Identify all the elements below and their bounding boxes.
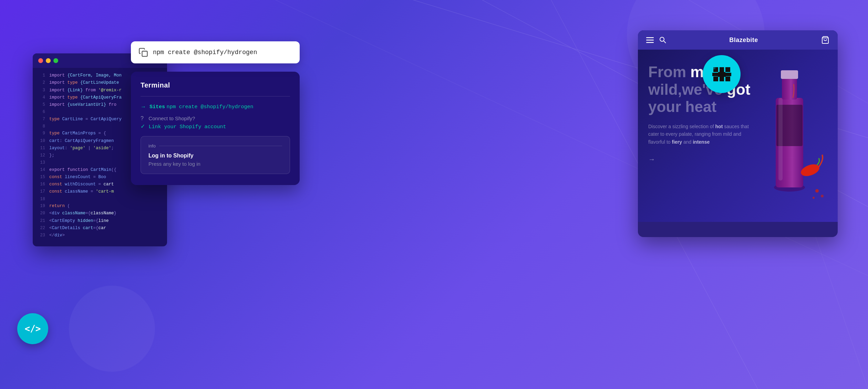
code-line-18: 18 — [33, 196, 167, 203]
svg-point-10 — [660, 37, 664, 41]
terminal-info-box: info Log in to Shopify Press any key to … — [141, 136, 290, 174]
search-icon[interactable] — [659, 37, 666, 43]
code-line-17: 17 const className = 'cart-m — [33, 188, 167, 195]
svg-rect-33 — [713, 76, 718, 81]
svg-rect-6 — [142, 51, 147, 57]
code-line-22: 22 <CartDetails cart={car — [33, 225, 167, 232]
terminal-sites-label: Sites — [149, 104, 165, 110]
minimize-dot[interactable] — [46, 58, 51, 63]
store-title: Blazebite — [729, 37, 758, 44]
storefront-panel: Blazebite — [638, 30, 838, 237]
svg-rect-37 — [713, 67, 715, 69]
svg-rect-34 — [725, 76, 730, 81]
code-line-19: 19 return ( — [33, 203, 167, 210]
svg-line-11 — [664, 41, 666, 43]
hero-arrow: → — [648, 155, 827, 163]
info-dash — [159, 146, 282, 146]
store-header: Blazebite — [638, 30, 838, 50]
info-title: Log in to Shopify — [148, 153, 282, 159]
command-text: npm create @shopify/hydrogen — [153, 49, 257, 56]
code-badge: </> — [17, 313, 48, 344]
svg-point-20 — [815, 189, 819, 193]
check-mark: ✓ — [141, 123, 145, 129]
terminal-title: Terminal — [141, 81, 290, 89]
svg-rect-36 — [720, 67, 724, 81]
code-badge-text: </> — [25, 324, 41, 334]
svg-rect-9 — [646, 42, 654, 43]
hero-desc: Discover a sizzling selection of hot sau… — [648, 123, 765, 146]
code-line-23: 23 </div> — [33, 232, 167, 239]
terminal-divider — [141, 96, 290, 96]
question-mark: ? — [141, 115, 144, 121]
arrow-icon: → — [141, 104, 146, 110]
info-header: info — [148, 143, 282, 149]
code-line-21: 21 <CartEmpty hidden={line — [33, 217, 167, 225]
cart-icon[interactable] — [821, 36, 829, 44]
terminal-panel: Terminal → Sites npm create @shopify/hyd… — [131, 72, 300, 185]
svg-rect-8 — [646, 40, 654, 41]
copy-icon[interactable] — [138, 48, 148, 57]
svg-point-21 — [821, 195, 824, 197]
terminal-question: Connect to Shopify? — [147, 115, 195, 121]
hamburger-icon[interactable] — [646, 36, 654, 44]
terminal-sites-command: npm create @shopify/hydrogen — [166, 104, 253, 110]
store-nav-icons — [646, 36, 666, 44]
terminal-link[interactable]: Link your Shopify account — [148, 124, 226, 130]
close-dot[interactable] — [38, 58, 43, 63]
maximize-dot[interactable] — [53, 58, 58, 63]
svg-rect-7 — [646, 37, 654, 38]
info-label: info — [148, 143, 156, 149]
command-bar: npm create @shopify/hydrogen — [131, 41, 300, 63]
svg-rect-32 — [725, 67, 730, 72]
info-subtitle: Press any key to log in — [148, 161, 282, 167]
svg-point-22 — [813, 197, 815, 199]
stackbit-badge[interactable] — [703, 55, 741, 93]
stackbit-logo — [711, 63, 733, 85]
terminal-sites-line: → Sites npm create @shopify/hydrogen — [141, 103, 290, 110]
code-line-20: 20 <div className={className} — [33, 210, 167, 217]
